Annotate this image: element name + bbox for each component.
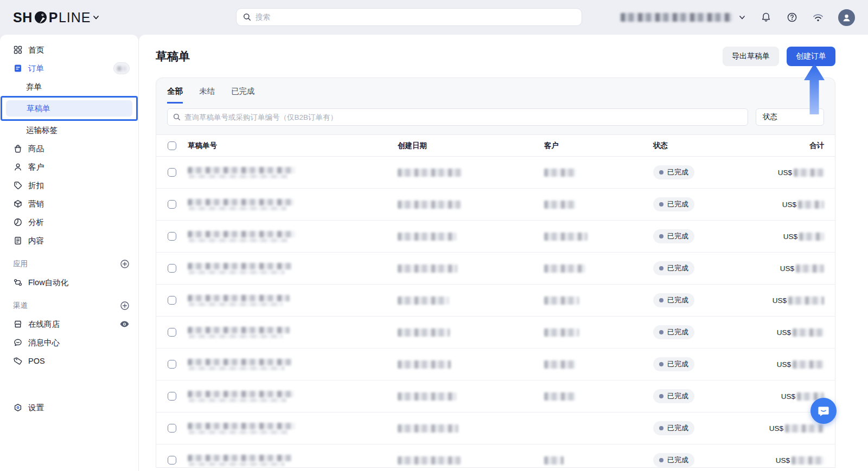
analytics-pie-icon xyxy=(13,218,22,227)
global-search-input[interactable] xyxy=(256,13,575,21)
table-row[interactable]: 已完成 US$ xyxy=(156,380,835,412)
status-badge: 已完成 xyxy=(653,261,694,275)
currency-label: US$ xyxy=(777,328,791,337)
table-row[interactable]: 已完成 US$ xyxy=(156,285,835,317)
sidebar-item-home[interactable]: 首页 xyxy=(0,41,138,59)
created-date-redacted xyxy=(398,296,449,305)
sidebar-item-shipping-labels[interactable]: 运输标签 xyxy=(0,121,138,139)
topbar-right xyxy=(621,0,855,35)
status-badge: 已完成 xyxy=(653,165,694,179)
created-date-redacted xyxy=(398,169,462,177)
create-order-button[interactable]: 创建订单 xyxy=(787,47,835,66)
table-row[interactable]: 已完成 US$ xyxy=(156,253,835,285)
currency-label: US$ xyxy=(773,296,787,305)
search-icon xyxy=(243,13,251,21)
support-chat-button[interactable] xyxy=(810,398,837,424)
status-dot-icon xyxy=(659,202,663,207)
add-app-icon[interactable] xyxy=(120,259,130,269)
wifi-icon xyxy=(812,12,824,23)
table-row[interactable]: 已完成 US$ xyxy=(156,412,835,444)
table-row[interactable]: 已完成 US$ xyxy=(156,221,835,253)
sidebar-item-label: 草稿单 xyxy=(27,104,50,114)
account-avatar[interactable] xyxy=(838,9,855,26)
customer-redacted xyxy=(544,169,576,177)
sidebar-item-online-store[interactable]: 在线商店 xyxy=(0,315,138,333)
status-badge: 已完成 xyxy=(653,325,694,339)
sidebar-section-channels: 渠道 xyxy=(0,296,138,315)
help-button[interactable] xyxy=(786,11,798,23)
drafts-table: 草稿单号 创建日期 客户 状态 合计 已完成 US$ 已完成 US$ 已完成 U… xyxy=(156,134,835,468)
sidebar-item-label: POS xyxy=(28,357,130,365)
created-date-redacted xyxy=(398,456,461,464)
draft-number-redacted xyxy=(188,199,294,210)
preview-eye-icon[interactable] xyxy=(119,320,130,328)
col-status: 状态 xyxy=(653,141,737,151)
shopline-logo[interactable]: SH P LINE xyxy=(13,10,100,25)
select-all-checkbox[interactable] xyxy=(168,141,176,150)
discount-tag-icon xyxy=(13,181,22,190)
sidebar-item-drafts[interactable]: 草稿单 xyxy=(6,100,132,117)
sidebar-item-orders[interactable]: 订单 xyxy=(0,59,138,78)
currency-label: US$ xyxy=(780,264,794,273)
store-switcher[interactable] xyxy=(621,13,746,22)
currency-label: US$ xyxy=(776,456,790,464)
table-header: 草稿单号 创建日期 客户 状态 合计 xyxy=(156,135,835,157)
sidebar-item-abandoned[interactable]: 弃单 xyxy=(0,78,138,96)
row-checkbox[interactable] xyxy=(168,424,176,433)
dashboard-icon xyxy=(13,46,22,55)
sidebar-item-label: 订单 xyxy=(28,63,107,74)
status-badge: 已完成 xyxy=(653,453,694,467)
row-checkbox[interactable] xyxy=(168,232,176,241)
sidebar-item-label: 设置 xyxy=(28,403,130,413)
row-checkbox[interactable] xyxy=(168,168,176,177)
row-checkbox[interactable] xyxy=(168,392,176,401)
row-checkbox[interactable] xyxy=(168,360,176,369)
global-search[interactable] xyxy=(236,8,582,26)
topbar: SH P LINE xyxy=(0,0,868,35)
add-channel-icon[interactable] xyxy=(120,301,130,311)
total-redacted xyxy=(798,201,824,209)
draft-search-input[interactable] xyxy=(184,113,742,121)
tab-all[interactable]: 全部 xyxy=(167,86,183,104)
sidebar-item-message-center[interactable]: 消息中心 xyxy=(0,333,138,352)
tab-open[interactable]: 未结 xyxy=(199,86,215,104)
sidebar-item-settings[interactable]: 设置 xyxy=(0,398,138,417)
table-row[interactable]: 已完成 US$ xyxy=(156,157,835,189)
customer-redacted xyxy=(544,233,588,241)
draft-number-redacted xyxy=(188,231,295,242)
created-date-redacted xyxy=(398,424,458,433)
draft-number-redacted xyxy=(188,423,295,434)
export-drafts-button[interactable]: 导出草稿单 xyxy=(723,47,779,66)
sidebar-item-customers[interactable]: 客户 xyxy=(0,158,138,176)
row-checkbox[interactable] xyxy=(168,200,176,209)
row-checkbox[interactable] xyxy=(168,296,176,305)
network-status-button[interactable] xyxy=(812,11,824,23)
sidebar-item-marketing[interactable]: 营销 xyxy=(0,195,138,213)
sidebar-item-analytics[interactable]: 分析 xyxy=(0,213,138,231)
sidebar-item-products[interactable]: 商品 xyxy=(0,139,138,158)
sidebar-item-pos[interactable]: POS xyxy=(0,352,138,370)
draft-number-redacted xyxy=(188,327,290,338)
currency-label: US$ xyxy=(782,201,796,209)
customer-redacted xyxy=(544,264,585,273)
col-total: 合计 xyxy=(737,141,835,151)
row-checkbox[interactable] xyxy=(168,456,176,464)
currency-label: US$ xyxy=(783,233,797,241)
sidebar-item-content[interactable]: 内容 xyxy=(0,231,138,250)
table-row[interactable]: 已完成 US$ xyxy=(156,317,835,349)
total-redacted xyxy=(793,328,824,337)
table-row[interactable]: 已完成 US$ xyxy=(156,444,835,468)
table-row[interactable]: 已完成 US$ xyxy=(156,349,835,380)
status-dot-icon xyxy=(659,394,663,398)
draft-search-box[interactable] xyxy=(167,108,748,126)
storefront-icon xyxy=(13,320,22,329)
status-filter-select[interactable]: 状态 xyxy=(756,108,824,126)
sidebar-item-discounts[interactable]: 折扣 xyxy=(0,176,138,195)
row-checkbox[interactable] xyxy=(168,328,176,337)
tab-completed[interactable]: 已完成 xyxy=(231,86,255,104)
table-row[interactable]: 已完成 US$ xyxy=(156,189,835,221)
row-checkbox[interactable] xyxy=(168,264,176,273)
sidebar-item-flow[interactable]: Flow自动化 xyxy=(0,273,138,292)
bell-icon xyxy=(761,12,771,23)
notifications-button[interactable] xyxy=(760,11,772,23)
